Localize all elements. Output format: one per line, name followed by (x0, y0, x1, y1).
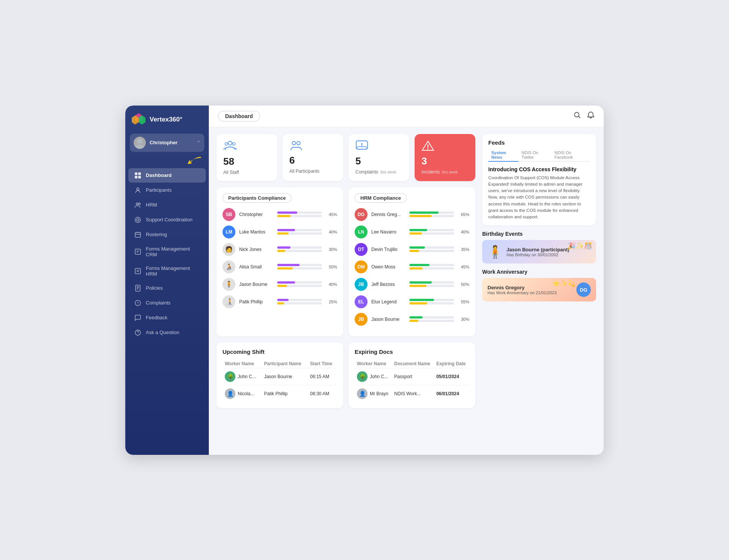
worker-cell: 👤 Nicola... (225, 388, 259, 399)
worker-name: Mr Brayn (370, 391, 388, 396)
compliance-avatar: DG (355, 208, 368, 221)
sidebar-item-rostering[interactable]: Rostering (128, 227, 206, 242)
nav-label: HRM (146, 202, 157, 208)
arrow-indicator (125, 155, 209, 168)
user-profile[interactable]: Christopher ⌃ (130, 134, 204, 152)
svg-point-12 (139, 203, 140, 205)
tab-ndis-twitter[interactable]: NDIS On Twitter (519, 149, 552, 162)
complaints-label: Complaints (355, 169, 378, 175)
person-icon: 🧍 (222, 278, 235, 291)
compliance-avatar: OM (355, 260, 368, 273)
sidebar-item-hrm[interactable]: HRM (128, 198, 206, 212)
birthday-banner: 🧍 Jason Bourne (participant) Has Birthda… (482, 240, 596, 263)
sidebar-item-policies[interactable]: Policies (128, 281, 206, 295)
main-content: Dashboard (209, 106, 604, 455)
upcoming-shift-title: Upcoming Shift (222, 349, 337, 355)
svg-point-10 (137, 188, 139, 190)
sidebar-item-feedback[interactable]: Feedback (128, 311, 206, 325)
sidebar-item-complaints[interactable]: Complaints (128, 296, 206, 310)
tab-ndis-facebook[interactable]: NDIS On Facebook (552, 149, 590, 162)
start-time: 08:30 AM (308, 385, 337, 402)
col-participant: Participant Name (262, 360, 308, 368)
sidebar-item-forms-hrm[interactable]: Forms Management HRM (128, 262, 206, 281)
dashboard-icon (134, 172, 141, 179)
svg-rect-8 (135, 176, 137, 178)
anniversary-section-title: Work Anniversary (482, 269, 596, 275)
compliance-item: 🧑‍🦯 Patik Phillip 25% (222, 295, 337, 308)
participants-stat-icon (289, 140, 303, 152)
expiring-docs-title: Expiring Docs (355, 349, 469, 355)
svg-point-4 (135, 145, 144, 149)
compliance-item: JB Jeff Bezoss 50% (355, 278, 469, 291)
complaints-sublabel: this week (380, 170, 396, 174)
svg-point-14 (137, 219, 139, 221)
birthday-person-icon: 🧍 (488, 245, 503, 259)
stat-card-incidents: 3 Incidents this week (415, 134, 475, 181)
table-row: 👤 Nicola... Patik Phillip 08:30 AM (222, 385, 337, 402)
sidebar-item-forms-crm[interactable]: Forms Management CRM (128, 242, 206, 261)
compliance-item: 🧑‍🦽 Alisa Small 50% (222, 260, 337, 273)
document-name: Passport (392, 368, 434, 385)
compliance-avatar: EL (355, 295, 368, 308)
table-row: 🌳 John C... Jason Bourne 06:15 AM (222, 368, 337, 385)
compliance-panels: Participants Compliance SB Christopher 4… (216, 187, 475, 336)
participant-name: Patik Phillip (262, 385, 308, 402)
nav-label: Feedback (146, 315, 167, 320)
tab-system-news[interactable]: System News (488, 149, 519, 162)
compliance-item: DG Dennis Greg... 65% (355, 208, 469, 221)
participants-compliance-panel: Participants Compliance SB Christopher 4… (216, 187, 343, 336)
worker-avatar: 🌳 (357, 371, 368, 382)
sidebar-item-ask-question[interactable]: Ask a Question (128, 325, 206, 340)
expiry-date: 06/01/2024 (434, 385, 469, 402)
stars-decoration: ⭐✨💫 (552, 280, 575, 287)
app-logo: Vertex360° (125, 106, 209, 134)
hrm-compliance-title: HRM Compliance (355, 193, 407, 203)
compliance-avatar: SB (222, 208, 235, 221)
svg-rect-15 (135, 232, 140, 237)
avatar (134, 137, 146, 149)
anniversary-banner: Dennis Gregory Has Work Anniversary on 2… (482, 278, 596, 301)
compliance-item: 🧑 Nick Jones 30% (222, 243, 337, 256)
forms-crm-icon (134, 248, 141, 255)
article-title: Introducing COS Access Flexibility (488, 166, 590, 172)
nav-label: Forms Management CRM (146, 246, 200, 257)
col-start-time: Start Time (308, 360, 337, 368)
compliance-avatar: LM (222, 226, 235, 238)
sidebar-item-participants[interactable]: Participants (128, 183, 206, 197)
expiry-date: 05/01/2024 (434, 368, 469, 385)
compliance-name: Alisa Small (239, 264, 273, 270)
svg-point-21 (233, 142, 235, 145)
svg-rect-9 (138, 176, 141, 178)
policies-icon (134, 285, 141, 292)
expiring-docs-panel: Expiring Docs Worker Name Document Name … (349, 342, 475, 408)
nav-label: Rostering (146, 232, 167, 237)
support-icon (134, 216, 141, 223)
compliance-bar (409, 316, 454, 322)
nav-label: Dashboard (146, 172, 172, 178)
top-icons (573, 111, 595, 121)
sidebar-item-support-coordination[interactable]: Support Coordination (128, 213, 206, 227)
worker-name: Nicola... (238, 391, 254, 396)
compliance-name: Owen Moss (371, 264, 406, 270)
compliance-item: JB Jason Bourne 30% (355, 313, 469, 326)
birthday-section-title: Birthday Events (482, 231, 596, 237)
feeds-title: Feeds (488, 139, 590, 146)
top-bar: Dashboard (209, 106, 604, 127)
anniversary-section: Work Anniversary Dennis Gregory Has Work… (482, 269, 596, 301)
nav-label: Policies (146, 285, 163, 291)
compliance-bar (277, 211, 322, 217)
notification-icon[interactable] (587, 111, 595, 121)
nav-label: Participants (146, 187, 172, 193)
svg-point-22 (292, 141, 296, 145)
compliance-name: Devin Trujillo (371, 247, 406, 252)
hrm-compliance-panel: HRM Compliance DG Dennis Greg... 65% (349, 187, 475, 336)
incidents-stat-icon (421, 140, 434, 153)
birthday-date: Has Birthday on 30/01/2002 (507, 252, 591, 257)
compliance-bar (277, 264, 322, 270)
col-worker: Worker Name (222, 360, 262, 368)
col-document: Document Name (392, 360, 434, 368)
sidebar-item-dashboard[interactable]: Dashboard (128, 168, 206, 183)
search-icon[interactable] (573, 111, 581, 121)
stat-card-staff: 58 All Staff (216, 134, 277, 181)
participants-icon (134, 187, 141, 194)
